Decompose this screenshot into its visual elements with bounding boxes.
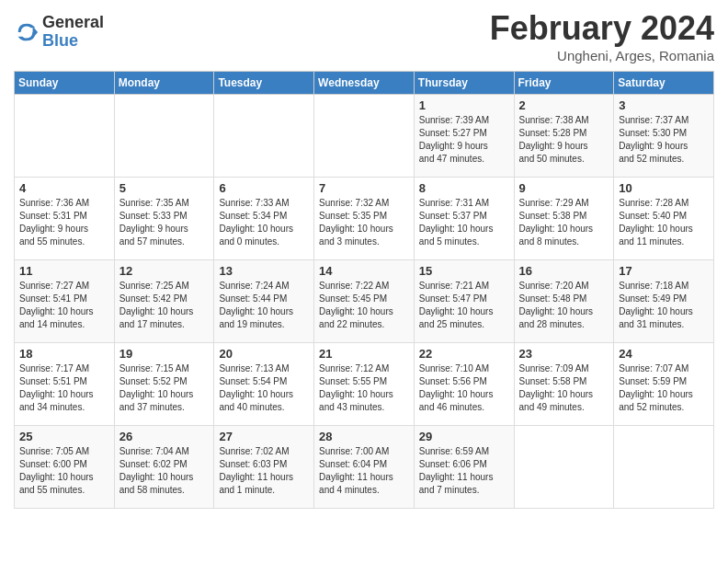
day-number: 5 (119, 181, 210, 195)
calendar-cell (514, 426, 614, 509)
day-info: Sunrise: 7:22 AM Sunset: 5:45 PM Dayligh… (319, 280, 409, 331)
day-number: 13 (219, 264, 309, 278)
day-info: Sunrise: 7:39 AM Sunset: 5:27 PM Dayligh… (419, 114, 509, 166)
day-number: 19 (119, 347, 210, 361)
day-number: 23 (519, 347, 609, 361)
day-number: 26 (119, 430, 210, 443)
calendar-cell: 29Sunrise: 6:59 AM Sunset: 6:06 PM Dayli… (414, 426, 514, 509)
calendar-cell (114, 95, 214, 178)
day-number: 2 (519, 98, 609, 112)
day-info: Sunrise: 7:28 AM Sunset: 5:40 PM Dayligh… (619, 197, 709, 248)
calendar-cell: 16Sunrise: 7:20 AM Sunset: 5:48 PM Dayli… (514, 260, 614, 343)
day-info: Sunrise: 7:04 AM Sunset: 6:02 PM Dayligh… (119, 445, 210, 497)
day-info: Sunrise: 7:29 AM Sunset: 5:38 PM Dayligh… (519, 197, 609, 248)
day-number: 4 (19, 181, 109, 195)
day-info: Sunrise: 7:32 AM Sunset: 5:35 PM Dayligh… (319, 197, 409, 248)
day-info: Sunrise: 7:09 AM Sunset: 5:58 PM Dayligh… (519, 362, 609, 414)
calendar-cell (314, 95, 415, 178)
calendar-cell: 5Sunrise: 7:35 AM Sunset: 5:33 PM Daylig… (114, 178, 214, 260)
calendar-cell (214, 95, 314, 178)
header-wednesday: Wednesday (314, 72, 415, 95)
day-info: Sunrise: 7:25 AM Sunset: 5:42 PM Dayligh… (119, 280, 210, 331)
header-monday: Monday (114, 72, 214, 95)
day-info: Sunrise: 7:15 AM Sunset: 5:52 PM Dayligh… (119, 362, 210, 414)
header-tuesday: Tuesday (214, 72, 314, 95)
logo-text: General Blue (42, 14, 104, 51)
calendar-header: SundayMondayTuesdayWednesdayThursdayFrid… (15, 72, 714, 95)
day-info: Sunrise: 7:31 AM Sunset: 5:37 PM Dayligh… (419, 197, 509, 248)
day-number: 18 (19, 347, 109, 361)
day-info: Sunrise: 7:10 AM Sunset: 5:56 PM Dayligh… (419, 362, 509, 414)
day-info: Sunrise: 7:17 AM Sunset: 5:51 PM Dayligh… (19, 362, 109, 414)
day-info: Sunrise: 7:02 AM Sunset: 6:03 PM Dayligh… (219, 445, 309, 497)
day-info: Sunrise: 7:35 AM Sunset: 5:33 PM Dayligh… (119, 197, 210, 248)
day-info: Sunrise: 7:38 AM Sunset: 5:28 PM Dayligh… (519, 114, 609, 166)
calendar-cell: 28Sunrise: 7:00 AM Sunset: 6:04 PM Dayli… (314, 426, 415, 509)
week-row-3: 18Sunrise: 7:17 AM Sunset: 5:51 PM Dayli… (15, 343, 714, 426)
svg-marker-0 (33, 26, 39, 38)
calendar-cell: 3Sunrise: 7:37 AM Sunset: 5:30 PM Daylig… (614, 95, 714, 178)
week-row-4: 25Sunrise: 7:05 AM Sunset: 6:00 PM Dayli… (15, 426, 714, 509)
day-number: 3 (619, 98, 709, 112)
calendar-table: SundayMondayTuesdayWednesdayThursdayFrid… (14, 71, 714, 509)
day-number: 16 (519, 264, 609, 278)
day-number: 29 (419, 430, 509, 443)
day-info: Sunrise: 7:33 AM Sunset: 5:34 PM Dayligh… (219, 197, 309, 248)
week-row-1: 4Sunrise: 7:36 AM Sunset: 5:31 PM Daylig… (15, 178, 714, 260)
calendar-cell: 8Sunrise: 7:31 AM Sunset: 5:37 PM Daylig… (414, 178, 514, 260)
calendar-cell: 14Sunrise: 7:22 AM Sunset: 5:45 PM Dayli… (314, 260, 415, 343)
calendar-cell: 12Sunrise: 7:25 AM Sunset: 5:42 PM Dayli… (114, 260, 214, 343)
day-info: Sunrise: 6:59 AM Sunset: 6:06 PM Dayligh… (419, 445, 509, 497)
day-number: 24 (619, 347, 709, 361)
day-info: Sunrise: 7:37 AM Sunset: 5:30 PM Dayligh… (619, 114, 709, 166)
header-saturday: Saturday (614, 72, 714, 95)
calendar-cell: 21Sunrise: 7:12 AM Sunset: 5:55 PM Dayli… (314, 343, 415, 426)
calendar-cell: 22Sunrise: 7:10 AM Sunset: 5:56 PM Dayli… (414, 343, 514, 426)
day-info: Sunrise: 7:18 AM Sunset: 5:49 PM Dayligh… (619, 280, 709, 331)
calendar-cell (15, 95, 115, 178)
day-number: 9 (519, 181, 609, 195)
day-number: 20 (219, 347, 309, 361)
subtitle: Ungheni, Arges, Romania (490, 48, 714, 63)
calendar-cell: 20Sunrise: 7:13 AM Sunset: 5:54 PM Dayli… (214, 343, 314, 426)
logo: General Blue (14, 14, 104, 51)
header-friday: Friday (514, 72, 614, 95)
day-info: Sunrise: 7:27 AM Sunset: 5:41 PM Dayligh… (19, 280, 109, 331)
calendar-cell: 1Sunrise: 7:39 AM Sunset: 5:27 PM Daylig… (414, 95, 514, 178)
calendar-cell (614, 426, 714, 509)
calendar-cell: 13Sunrise: 7:24 AM Sunset: 5:44 PM Dayli… (214, 260, 314, 343)
day-info: Sunrise: 7:12 AM Sunset: 5:55 PM Dayligh… (319, 362, 409, 414)
day-number: 22 (419, 347, 509, 361)
calendar-cell: 15Sunrise: 7:21 AM Sunset: 5:47 PM Dayli… (414, 260, 514, 343)
day-number: 8 (419, 181, 509, 195)
header-thursday: Thursday (414, 72, 514, 95)
day-info: Sunrise: 7:13 AM Sunset: 5:54 PM Dayligh… (219, 362, 309, 414)
calendar-cell: 18Sunrise: 7:17 AM Sunset: 5:51 PM Dayli… (15, 343, 115, 426)
calendar-cell: 26Sunrise: 7:04 AM Sunset: 6:02 PM Dayli… (114, 426, 214, 509)
day-info: Sunrise: 7:21 AM Sunset: 5:47 PM Dayligh… (419, 280, 509, 331)
day-info: Sunrise: 7:36 AM Sunset: 5:31 PM Dayligh… (19, 197, 109, 248)
calendar-cell: 6Sunrise: 7:33 AM Sunset: 5:34 PM Daylig… (214, 178, 314, 260)
day-number: 6 (219, 181, 309, 195)
header-row: SundayMondayTuesdayWednesdayThursdayFrid… (15, 72, 714, 95)
header: General Blue February 2024 Ungheni, Arge… (14, 9, 714, 63)
title-area: February 2024 Ungheni, Arges, Romania (490, 9, 714, 63)
day-number: 7 (319, 181, 409, 195)
week-row-2: 11Sunrise: 7:27 AM Sunset: 5:41 PM Dayli… (15, 260, 714, 343)
day-info: Sunrise: 7:07 AM Sunset: 5:59 PM Dayligh… (619, 362, 709, 414)
day-info: Sunrise: 7:05 AM Sunset: 6:00 PM Dayligh… (19, 445, 109, 497)
day-number: 17 (619, 264, 709, 278)
day-info: Sunrise: 7:00 AM Sunset: 6:04 PM Dayligh… (319, 445, 409, 497)
calendar-cell: 10Sunrise: 7:28 AM Sunset: 5:40 PM Dayli… (614, 178, 714, 260)
day-number: 27 (219, 430, 309, 443)
calendar-cell: 23Sunrise: 7:09 AM Sunset: 5:58 PM Dayli… (514, 343, 614, 426)
day-number: 28 (319, 430, 409, 443)
day-number: 14 (319, 264, 409, 278)
day-number: 10 (619, 181, 709, 195)
day-number: 25 (19, 430, 109, 443)
calendar-cell: 24Sunrise: 7:07 AM Sunset: 5:59 PM Dayli… (614, 343, 714, 426)
calendar-cell: 7Sunrise: 7:32 AM Sunset: 5:35 PM Daylig… (314, 178, 415, 260)
day-info: Sunrise: 7:24 AM Sunset: 5:44 PM Dayligh… (219, 280, 309, 331)
day-number: 12 (119, 264, 210, 278)
calendar-cell: 11Sunrise: 7:27 AM Sunset: 5:41 PM Dayli… (15, 260, 115, 343)
